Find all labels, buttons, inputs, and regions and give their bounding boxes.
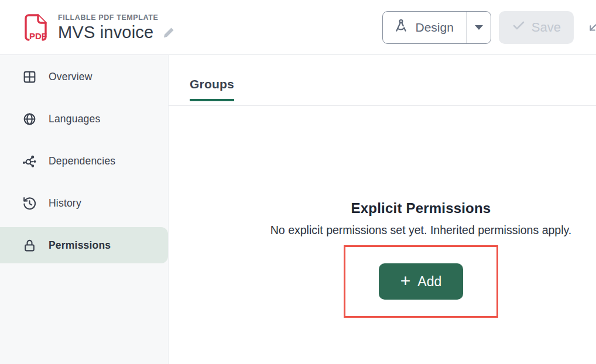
- template-type-label: FILLABLE PDF TEMPLATE: [58, 13, 176, 22]
- permissions-empty-state: Explicit Permissions No explicit permiss…: [169, 200, 596, 318]
- dependencies-icon: [22, 154, 37, 169]
- page-title: MVS invoice: [58, 23, 153, 42]
- lock-icon: [22, 238, 37, 253]
- sidebar-item-dependencies[interactable]: Dependencies: [0, 143, 168, 179]
- svg-text:PDF: PDF: [29, 31, 47, 41]
- sidebar-item-permissions[interactable]: Permissions: [0, 227, 168, 263]
- tab-groups[interactable]: Groups: [190, 77, 234, 101]
- globe-icon: [22, 112, 37, 126]
- tabs-row: Groups: [169, 55, 596, 106]
- sidebar-item-overview[interactable]: Overview: [0, 59, 168, 95]
- sidebar: Overview Languages: [0, 55, 169, 364]
- sidebar-item-label: Permissions: [49, 239, 111, 252]
- add-permission-button[interactable]: + Add: [379, 263, 463, 300]
- grid-icon: [22, 70, 37, 84]
- design-dropdown-button[interactable]: [467, 12, 491, 43]
- empty-state-description: No explicit permissions set yet. Inherit…: [169, 224, 596, 237]
- arrow-down-left-icon[interactable]: [587, 21, 596, 34]
- brand: PDF FILLABLE PDF TEMPLATE MVS invoice: [20, 11, 176, 44]
- chevron-down-icon: [475, 25, 483, 30]
- design-button-label: Design: [415, 20, 453, 35]
- sidebar-item-label: Dependencies: [49, 155, 115, 167]
- empty-state-title: Explicit Permissions: [169, 200, 596, 217]
- drafting-compass-icon: [393, 18, 409, 36]
- sidebar-item-languages[interactable]: Languages: [0, 101, 168, 137]
- add-button-label: Add: [417, 274, 441, 290]
- header-actions: Design Save: [382, 11, 596, 44]
- save-button-label: Save: [532, 20, 561, 35]
- plus-icon: +: [400, 272, 411, 290]
- main-content: Groups Explicit Permissions No explicit …: [169, 55, 596, 364]
- annotation-highlight-box: + Add: [344, 245, 498, 318]
- save-button[interactable]: Save: [499, 11, 574, 44]
- checkmark-icon: [512, 19, 526, 36]
- sidebar-item-history[interactable]: History: [0, 185, 168, 221]
- title-block: FILLABLE PDF TEMPLATE MVS invoice: [58, 12, 176, 42]
- design-button[interactable]: Design: [383, 12, 466, 43]
- sidebar-item-label: Languages: [49, 113, 100, 125]
- sidebar-item-label: Overview: [49, 71, 93, 83]
- pdf-file-icon: PDF: [20, 11, 52, 44]
- history-icon: [22, 196, 37, 211]
- design-split-button: Design: [382, 11, 491, 44]
- app-header: PDF FILLABLE PDF TEMPLATE MVS invoice: [0, 0, 596, 55]
- edit-title-icon[interactable]: [162, 26, 176, 40]
- sidebar-item-label: History: [49, 197, 81, 210]
